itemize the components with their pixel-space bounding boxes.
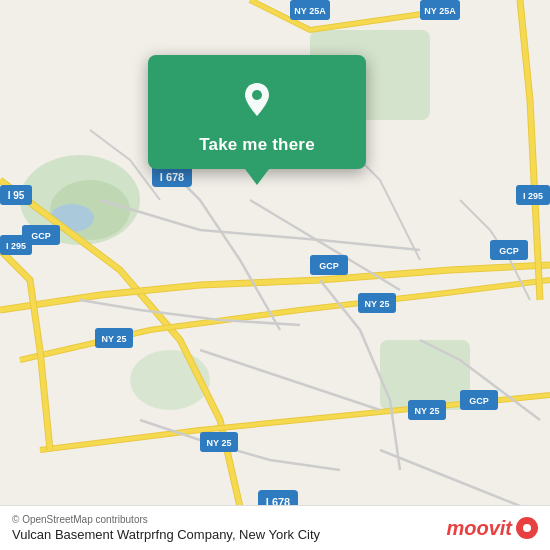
svg-text:I 95: I 95 [8, 190, 25, 201]
svg-text:NY 25: NY 25 [102, 334, 127, 344]
svg-text:NY 25: NY 25 [207, 438, 232, 448]
svg-rect-4 [380, 340, 470, 410]
bottom-left-info: © OpenStreetMap contributors Vulcan Base… [12, 514, 320, 542]
bottom-bar: © OpenStreetMap contributors Vulcan Base… [0, 505, 550, 550]
map-container: I 678 GCP GCP GCP GCP NY 25 NY 25 NY 25 … [0, 0, 550, 550]
location-name: Vulcan Basement Watrprfng Company, New Y… [12, 527, 320, 542]
take-me-there-button[interactable]: Take me there [199, 135, 315, 155]
svg-text:I 295: I 295 [6, 241, 26, 251]
svg-text:I 295: I 295 [523, 191, 543, 201]
location-pin-icon [231, 73, 283, 125]
svg-point-38 [252, 90, 262, 100]
svg-text:NY 25A: NY 25A [424, 6, 456, 16]
moovit-dot-inner [523, 524, 531, 532]
svg-text:NY 25: NY 25 [415, 406, 440, 416]
svg-text:NY 25A: NY 25A [294, 6, 326, 16]
moovit-brand-text: moovit [446, 517, 512, 540]
copyright-text: © OpenStreetMap contributors [12, 514, 320, 525]
moovit-dot-icon [516, 517, 538, 539]
svg-text:NY 25: NY 25 [365, 299, 390, 309]
svg-text:GCP: GCP [31, 231, 51, 241]
svg-text:GCP: GCP [499, 246, 519, 256]
popup-card: Take me there [148, 55, 366, 169]
svg-text:GCP: GCP [469, 396, 489, 406]
moovit-logo: moovit [446, 517, 538, 540]
svg-text:I 678: I 678 [160, 171, 184, 183]
svg-text:GCP: GCP [319, 261, 339, 271]
